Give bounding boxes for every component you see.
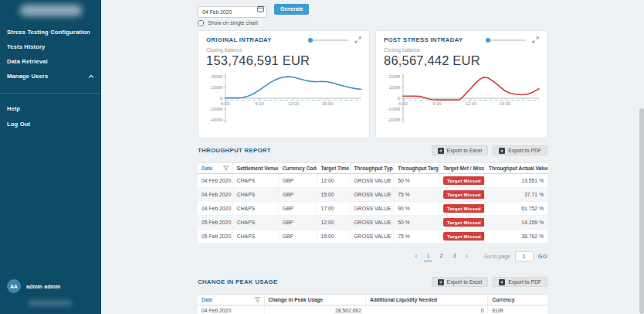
- export-to-pdf-button[interactable]: Export to PDF: [493, 145, 547, 155]
- table-header-row: Date Change in Peak Usage Additional Liq…: [198, 295, 547, 305]
- slider-knob[interactable]: [486, 38, 490, 43]
- sidebar-item-data-retrieval[interactable]: Data Retrieval: [0, 54, 101, 69]
- filter-icon[interactable]: [223, 166, 229, 171]
- table-cell: Target Missed: [439, 202, 485, 216]
- original-intraday-chart: 400M200M0-200M-400M6:009:0012:0015:00: [206, 70, 361, 132]
- date-field: [198, 3, 267, 15]
- sidebar: Stress Testing Configuration Tests Histo…: [0, 0, 101, 314]
- table-cell: 13.551 %: [484, 174, 547, 188]
- export-to-pdf-button[interactable]: Export to PDF: [493, 277, 547, 287]
- expand-icon[interactable]: [354, 36, 361, 43]
- chart-cards: ORIGINAL INTRADAY Closing balance 153,74…: [198, 30, 547, 138]
- svg-text:15:00: 15:00: [322, 101, 334, 106]
- table-cell: Target Missed: [439, 188, 485, 202]
- card-title: POST STRESS INTRADAY: [384, 36, 463, 43]
- previous-page-icon[interactable]: ‹: [413, 253, 419, 260]
- column-header: Throughput Actual Value: [484, 163, 547, 174]
- sidebar-divider: [0, 93, 101, 94]
- table-row: 04 Feb 202028,562,6820EUR: [198, 305, 547, 314]
- chevron-up-icon: [88, 74, 94, 79]
- table-cell: GBP: [278, 216, 317, 230]
- go-to-page-input[interactable]: [515, 251, 534, 261]
- peak-usage-table: Date Change in Peak Usage Additional Liq…: [198, 294, 547, 314]
- table-cell: GBP: [278, 174, 317, 188]
- next-page-icon[interactable]: ›: [464, 253, 469, 260]
- date-column-header[interactable]: Date: [202, 297, 212, 302]
- svg-text:-400M: -400M: [210, 118, 223, 122]
- column-header: Target Met / Missed: [439, 163, 485, 174]
- svg-text:0: 0: [398, 96, 400, 101]
- expand-icon[interactable]: [532, 36, 539, 43]
- table-cell: 38.762 %: [484, 230, 547, 244]
- sidebar-item-label: Manage Users: [7, 73, 48, 80]
- svg-text:9:00: 9:00: [255, 101, 263, 106]
- filter-icon[interactable]: [255, 297, 260, 302]
- table-header-row: Date Settlement Venue Currency Code Targ…: [198, 163, 547, 174]
- svg-text:12:00: 12:00: [466, 101, 477, 106]
- table-cell: 15:00: [317, 188, 350, 202]
- table-cell: 50 %: [394, 174, 439, 188]
- table-cell: Target Missed: [439, 216, 485, 230]
- avatar: AA: [7, 279, 21, 293]
- export-to-excel-button[interactable]: Export to Excel: [432, 145, 489, 155]
- closing-balance-value: 153,746,591 EUR: [206, 53, 361, 68]
- sidebar-item-label: Data Retrieval: [7, 58, 48, 65]
- table-cell: GROSS VALUE: [350, 174, 394, 188]
- sidebar-item-tests-history[interactable]: Tests History: [0, 39, 101, 54]
- table-cell: 12:00: [317, 174, 350, 188]
- table-cell: 75 %: [394, 188, 439, 202]
- column-header: Currency: [488, 295, 547, 305]
- table-cell: 90 %: [394, 202, 439, 216]
- sidebar-item-help[interactable]: Help: [0, 101, 101, 116]
- sidebar-footer-nav: Help Log Out: [0, 101, 101, 131]
- export-to-excel-button[interactable]: Export to Excel: [432, 277, 489, 287]
- sidebar-item-stress-testing-configuration[interactable]: Stress Testing Configuration: [0, 25, 101, 39]
- single-chart-option: Show on single chart: [198, 19, 547, 26]
- date-column-header[interactable]: Date: [202, 166, 212, 171]
- column-header: Change in Peak Usage: [264, 295, 365, 305]
- zoom-slider[interactable]: [486, 38, 526, 43]
- table-cell: GBP: [278, 188, 317, 202]
- table-cell: CHAPS: [232, 202, 278, 216]
- sidebar-item-label: Help: [7, 105, 20, 112]
- user-profile[interactable]: AA admin admin: [0, 279, 101, 293]
- table-cell: 04 Feb 2020: [198, 188, 232, 202]
- sidebar-item-label: Log Out: [7, 121, 30, 128]
- table-cell: GBP: [278, 230, 317, 244]
- svg-text:400M: 400M: [211, 74, 222, 79]
- table-row: 05 Feb 2020CHAPSGBP15:00GROSS VALUE75 %T…: [198, 230, 547, 244]
- user-name: admin admin: [26, 283, 60, 290]
- column-header: Throughput Target: [394, 163, 439, 174]
- export-icon: [438, 279, 444, 285]
- page-number-3[interactable]: 3: [451, 251, 459, 261]
- table-cell: CHAPS: [232, 230, 278, 244]
- table-row: 04 Feb 2020CHAPSGBP12:00GROSS VALUE50 %T…: [198, 174, 547, 188]
- sidebar-item-manage-users[interactable]: Manage Users: [0, 69, 101, 84]
- card-title: ORIGINAL INTRADAY: [206, 36, 272, 43]
- go-button[interactable]: GO: [538, 253, 548, 260]
- table-cell: CHAPS: [232, 216, 278, 230]
- page-number-2[interactable]: 2: [438, 251, 446, 261]
- svg-text:6:00: 6:00: [398, 101, 407, 106]
- generate-button[interactable]: Generate: [274, 4, 309, 15]
- slider-knob[interactable]: [308, 38, 313, 43]
- sidebar-item-label: Tests History: [7, 43, 46, 50]
- table-row: 04 Feb 2020CHAPSGBP17:00GROSS VALUE90 %T…: [198, 202, 547, 216]
- svg-text:200M: 200M: [211, 85, 222, 90]
- table-cell: Target Missed: [439, 230, 485, 244]
- sidebar-item-log-out[interactable]: Log Out: [0, 117, 101, 131]
- svg-text:12:00: 12:00: [288, 101, 300, 106]
- svg-text:-100M: -100M: [388, 107, 401, 111]
- export-pdf-label: Export to PDF: [508, 148, 541, 153]
- sidebar-nav: Stress Testing Configuration Tests Histo…: [0, 25, 101, 84]
- table-cell: 12:00: [317, 216, 350, 230]
- calendar-icon[interactable]: [257, 5, 264, 12]
- single-chart-checkbox[interactable]: [198, 20, 204, 26]
- table-cell: 17:00: [317, 202, 350, 216]
- zoom-slider[interactable]: [308, 38, 348, 43]
- export-excel-label: Export to Excel: [447, 148, 483, 153]
- scrollbar-track: [639, 108, 644, 314]
- scrollbar-thumb[interactable]: [639, 108, 644, 314]
- table-cell: CHAPS: [232, 174, 278, 188]
- page-number-1[interactable]: 1: [424, 251, 432, 261]
